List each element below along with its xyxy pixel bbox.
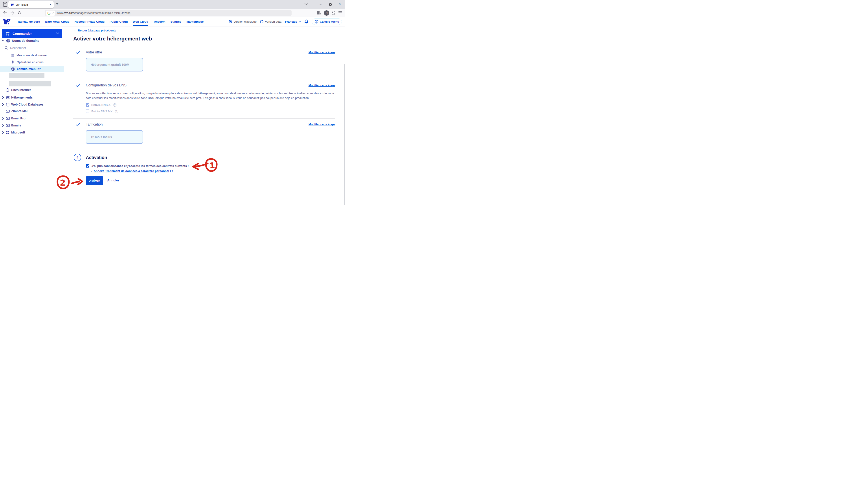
dns-a-checkbox-row[interactable]: Entrée DNS A ? bbox=[86, 103, 117, 107]
sidebar-search bbox=[5, 46, 61, 52]
dns-section-title: Configuration de vos DNS bbox=[86, 83, 126, 87]
help-icon[interactable]: ? bbox=[113, 103, 117, 107]
language-selector[interactable]: Français bbox=[285, 20, 301, 23]
sidebar-item-my-domains[interactable]: Mes noms de domaine bbox=[11, 54, 47, 57]
new-tab-button[interactable]: + bbox=[56, 1, 58, 6]
modify-dns-link[interactable]: Modifier cette étape bbox=[309, 84, 335, 87]
dns-mx-checkbox-row[interactable]: Entrée DNS MX ? bbox=[86, 109, 118, 113]
external-link-icon bbox=[170, 170, 173, 173]
tab-title: OVHcloud bbox=[16, 3, 48, 6]
notifications-bell-icon[interactable] bbox=[304, 19, 308, 24]
redacted-item bbox=[9, 73, 45, 78]
browser-toolbar: www.ovh.com/manager/#/web/domain/camille… bbox=[0, 9, 345, 17]
url-text[interactable]: www.ovh.com/manager/#/web/domain/camille… bbox=[57, 12, 130, 15]
chevron-down-icon bbox=[56, 33, 59, 34]
windows-logo-icon bbox=[6, 131, 9, 134]
tab-list-chevron-icon[interactable] bbox=[304, 3, 307, 5]
sidebar-item-zimbra-mail[interactable]: Zimbra Mail bbox=[0, 109, 64, 113]
nav-telecom[interactable]: Télécom bbox=[153, 17, 165, 26]
search-icon bbox=[5, 46, 8, 50]
search-engine-chip[interactable] bbox=[46, 11, 55, 16]
list-icon bbox=[11, 54, 14, 57]
left-arrow-icon: ← bbox=[73, 29, 76, 32]
chevron-right-icon bbox=[2, 103, 4, 106]
sidebar-item-emails[interactable]: Emails bbox=[0, 123, 64, 127]
order-button[interactable]: Commander bbox=[2, 29, 62, 38]
header-right: Version classique Version beta Français … bbox=[229, 18, 342, 25]
contract-list-item: • Annexe Traitement de données à caractè… bbox=[91, 169, 173, 173]
gear-icon bbox=[11, 60, 15, 64]
nav-public-cloud[interactable]: Public Cloud bbox=[110, 17, 128, 26]
sidebar-section-domains[interactable]: Noms de domaine bbox=[2, 39, 39, 43]
window-close-button[interactable]: × bbox=[338, 2, 341, 6]
activate-button[interactable]: Activer bbox=[86, 176, 103, 185]
consent-checkbox-row[interactable]: J'ai pris connaissance et j'accepte les … bbox=[86, 164, 189, 167]
radio-selected-icon bbox=[229, 20, 232, 23]
tab-close-icon[interactable]: × bbox=[50, 3, 52, 6]
sidebar-item-email-pro[interactable]: Email Pro bbox=[0, 116, 64, 120]
modify-offer-link[interactable]: Modifier cette étape bbox=[309, 51, 335, 54]
page-scrollbar[interactable] bbox=[344, 64, 345, 205]
sidebar-item-sites-internet[interactable]: Sites internet bbox=[0, 88, 64, 92]
url-bar[interactable]: www.ovh.com/manager/#/web/domain/camille… bbox=[45, 10, 292, 16]
account-avatar[interactable]: H bbox=[324, 10, 329, 16]
ovhcloud-logo[interactable] bbox=[2, 19, 12, 25]
user-icon bbox=[315, 20, 318, 23]
reload-icon[interactable] bbox=[18, 11, 21, 15]
firefox-view-icon[interactable] bbox=[3, 2, 7, 7]
chevron-right-icon bbox=[2, 131, 4, 134]
checkbox-checked-disabled[interactable] bbox=[86, 103, 89, 107]
step-done-check-icon bbox=[76, 122, 80, 127]
cancel-button[interactable]: Annuler bbox=[107, 179, 119, 182]
envelope-icon bbox=[6, 124, 10, 127]
main-content: ← Retour à la page précédente Activer vo… bbox=[64, 26, 345, 206]
sidebar-item-web-cloud-databases[interactable]: Web Cloud Databases bbox=[0, 103, 64, 106]
envelope-icon bbox=[6, 110, 10, 113]
help-icon[interactable]: ? bbox=[115, 110, 118, 113]
step-done-check-icon bbox=[76, 50, 80, 55]
sidebar: Commander Noms de domaine Mes noms de do… bbox=[0, 26, 64, 206]
extensions-puzzle-icon[interactable] bbox=[331, 11, 335, 15]
nav-bare-metal-cloud[interactable]: Bare Metal Cloud bbox=[45, 17, 69, 26]
nav-hosted-private-cloud[interactable]: Hosted Private Cloud bbox=[75, 17, 105, 26]
radio-unselected-icon bbox=[260, 20, 263, 23]
offer-value-box: Hébergement gratuit 100M bbox=[86, 58, 143, 71]
chevron-right-icon bbox=[2, 96, 4, 99]
browser-tab[interactable]: OVHcloud × bbox=[8, 1, 54, 8]
offer-section-title: Votre offre bbox=[86, 50, 102, 54]
nav-sunrise[interactable]: Sunrise bbox=[171, 17, 181, 26]
menu-hamburger-icon[interactable] bbox=[338, 11, 342, 14]
user-account-pill[interactable]: Camille Michu bbox=[312, 18, 342, 25]
checkbox-checked[interactable] bbox=[86, 164, 89, 167]
window-minimize-button[interactable]: − bbox=[319, 2, 321, 6]
library-icon[interactable] bbox=[317, 11, 321, 15]
search-input[interactable] bbox=[10, 46, 56, 50]
pricing-section-title: Tarification bbox=[86, 123, 103, 126]
step-number-badge: 4 bbox=[74, 154, 81, 161]
nav-web-cloud[interactable]: Web Cloud bbox=[133, 17, 148, 26]
app-body: Commander Noms de domaine Mes noms de do… bbox=[0, 26, 345, 206]
nav-marketplace[interactable]: Marketplace bbox=[187, 17, 204, 26]
modify-pricing-link[interactable]: Modifier cette étape bbox=[309, 123, 335, 126]
checkbox-unchecked[interactable] bbox=[86, 109, 89, 113]
version-classic-option[interactable]: Version classique bbox=[229, 20, 257, 23]
sidebar-item-microsoft[interactable]: Microsoft bbox=[0, 130, 64, 134]
version-beta-option[interactable]: Version beta bbox=[260, 20, 281, 23]
sidebar-item-camille-michu[interactable]: camille-michu.fr bbox=[0, 66, 64, 72]
sidebar-item-hebergements[interactable]: Hébergements bbox=[0, 95, 64, 100]
chevron-right-icon bbox=[2, 117, 4, 120]
sidebar-item-operations[interactable]: Opérations en cours bbox=[11, 60, 43, 64]
dns-description: Si vous ne sélectionnez aucune configura… bbox=[86, 91, 335, 100]
step-done-check-icon bbox=[76, 83, 80, 88]
forward-icon[interactable] bbox=[11, 11, 14, 15]
chevron-down-icon bbox=[2, 40, 4, 41]
contract-annex-link[interactable]: Annexe Traitement de données à caractère… bbox=[93, 169, 173, 173]
pricing-value-box: 12 mois Inclus bbox=[86, 130, 143, 144]
back-icon[interactable] bbox=[3, 11, 7, 15]
window-restore-button[interactable] bbox=[329, 3, 332, 6]
google-icon bbox=[47, 12, 51, 15]
back-to-previous-link[interactable]: ← Retour à la page précédente bbox=[73, 29, 116, 32]
globe-icon bbox=[6, 88, 10, 92]
bullet-icon: • bbox=[91, 169, 92, 173]
nav-tableau-de-bord[interactable]: Tableau de bord bbox=[17, 17, 40, 26]
